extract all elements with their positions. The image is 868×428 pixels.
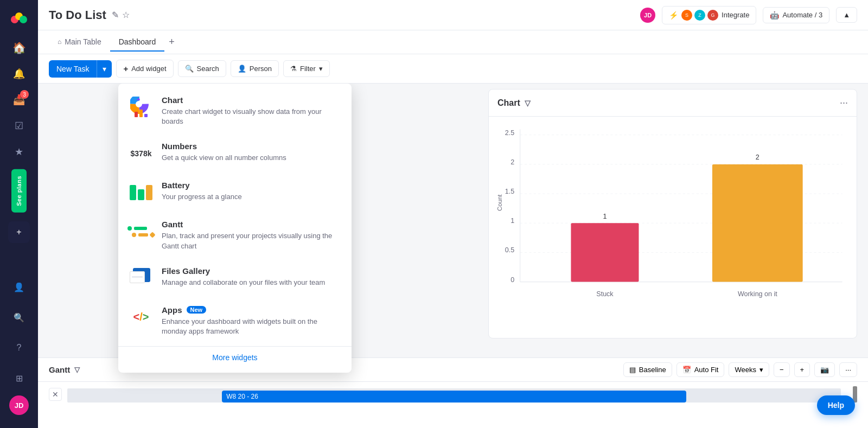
gantt-close-button[interactable]: ✕ [49,388,62,401]
bar-working [712,164,803,282]
files-widget-text: Files Gallery Manage and collaborate on … [162,266,325,288]
apps-widget-desc: Enhance your dashboard with widgets buil… [162,317,341,336]
baseline-button[interactable]: ▤ Baseline [623,362,672,377]
filter-button[interactable]: ⚗ Filter ▾ [283,60,330,77]
chart-widget: Chart ▽ ··· 2.5 2 1.5 1 0.5 0 [488,89,857,338]
tabs-bar: ⌂ Main Table Dashboard + [38,30,868,54]
chart-more-icon[interactable]: ··· [840,97,848,108]
collapse-button[interactable]: ▲ [836,7,857,23]
widget-item-chart[interactable]: Chart Create chart widget to visually sh… [118,88,352,134]
page-title: To Do List [49,8,106,22]
chart-widget-text: Chart Create chart widget to visually sh… [162,95,341,126]
person-icon-toolbar: 👤 [238,65,246,73]
app-logo[interactable] [8,9,30,30]
add-person-icon[interactable]: 👤 [8,276,30,298]
battery-widget-icon [129,181,153,205]
search-icon[interactable]: 🔍 [8,306,30,328]
zoom-out-button[interactable]: − [774,362,790,377]
gmail-icon: G [707,10,718,21]
integrate-icons: S Z G [681,10,718,21]
svg-text:Working on it: Working on it [738,290,777,298]
weeks-chevron: ▾ [760,366,763,374]
svg-text:2.5: 2.5 [505,129,514,137]
widget-item-files[interactable]: Files Gallery Manage and collaborate on … [118,259,352,298]
chart-filter-icon[interactable]: ▽ [525,99,531,107]
gantt-timeline-bar: W8 20 - 26 [67,386,857,403]
search-button[interactable]: 🔍 Search [178,60,226,77]
apps-widget-text: Apps New Enhance your dashboard with wid… [162,305,341,336]
svg-text:2: 2 [756,154,760,161]
add-widget-button[interactable]: + Add widget [116,60,173,78]
integrate-icon: ⚡ [669,11,678,20]
svg-point-2 [20,16,27,23]
search-icon-toolbar: 🔍 [185,65,194,73]
add-widget-plus-icon: + [123,64,128,73]
user-avatar[interactable]: JD [9,395,29,415]
tab-main-table[interactable]: ⌂ Main Table [49,33,110,52]
home-icon[interactable]: 🏠 [8,37,30,59]
apps-widget-title: Apps New [162,305,341,315]
battery-widget-desc: Your progress at a glance [162,192,242,202]
main-area: To Do List ✎ ☆ JD ⚡ S Z G Integrate 🤖 Au… [38,0,868,428]
bell-icon[interactable]: 🔔 [8,63,30,85]
inbox-icon[interactable]: 📥 3 [8,89,30,111]
numbers-widget-text: Numbers Get a quick view on all number c… [162,142,286,163]
widget-item-gantt[interactable]: Gantt Plan, track and present your proje… [118,212,352,258]
star-icon[interactable]: ★ [8,141,30,163]
svg-rect-7 [139,110,143,117]
gantt-bar: W8 20 - 26 [222,391,686,403]
title-edit-icon[interactable]: ✎ [112,10,119,20]
gantt-widget-desc: Plan, track and present your projects vi… [162,231,341,251]
files-widget-title: Files Gallery [162,266,325,276]
filter-chevron-icon: ▾ [319,65,323,73]
svg-text:1.5: 1.5 [505,188,514,195]
chart-widget-header: Chart ▽ ··· [489,90,857,117]
see-plans-button[interactable]: See plans [11,169,27,213]
sidebar: 🏠 🔔 📥 3 ☑ ★ See plans + 👤 🔍 ? ⊞ JD [0,0,38,428]
gantt-controls: ▤ Baseline 📅 Auto Fit Weeks ▾ − + 📷 ··· [623,362,857,377]
gantt-more-button[interactable]: ··· [839,362,857,377]
gantt-widget-text: Gantt Plan, track and present your proje… [162,220,341,251]
gantt-row-area: ✕ W8 20 - 26 [38,382,868,407]
help-button[interactable]: Help [817,395,855,415]
new-task-dropdown-arrow[interactable]: ▾ [97,60,112,78]
bar-stuck [571,223,639,282]
autofit-button[interactable]: 📅 Auto Fit [676,362,725,377]
screenshot-button[interactable]: 📷 [814,362,835,377]
more-widgets-link[interactable]: More widgets [118,346,352,368]
widget-item-apps[interactable]: < / > Apps New Enhance your dashboard wi… [118,298,352,344]
inbox-badge: 3 [20,90,29,99]
zoom-in-button[interactable]: + [794,362,810,377]
svg-rect-8 [144,114,148,117]
content-area: Chart Create chart widget to visually sh… [38,84,868,428]
title-star-icon[interactable]: ☆ [122,10,130,20]
gantt-filter-icon[interactable]: ▽ [74,366,80,374]
automate-icon: 🤖 [770,11,779,20]
add-tab-button[interactable]: + [164,34,179,50]
svg-text:2: 2 [510,158,514,166]
filter-icon: ⚗ [290,65,297,73]
apps-sidebar-icon[interactable]: + [8,221,30,243]
zapier-icon: Z [694,10,705,21]
files-widget-desc: Manage and collaborate on your files wit… [162,278,325,288]
baseline-icon: ▤ [629,366,636,374]
toolbar: New Task ▾ + Add widget 🔍 Search 👤 Perso… [38,54,868,84]
widget-item-battery[interactable]: Battery Your progress at a glance [118,173,352,212]
tasks-icon[interactable]: ☑ [8,115,30,137]
widget-item-numbers[interactable]: $378k Numbers Get a quick view on all nu… [118,134,352,173]
numbers-widget-icon: $378k [129,142,153,165]
battery-widget-text: Battery Your progress at a glance [162,181,242,202]
integrate-button[interactable]: ⚡ S Z G Integrate [662,6,756,24]
help-sidebar-icon[interactable]: ? [8,337,30,359]
collaborators-area: JD [640,8,655,23]
automate-button[interactable]: 🤖 Automate / 3 [763,7,829,23]
tab-dashboard[interactable]: Dashboard [110,33,165,52]
grid-sidebar-icon[interactable]: ⊞ [8,367,30,389]
person-button[interactable]: 👤 Person [231,60,279,77]
weeks-selector[interactable]: Weeks ▾ [729,362,769,377]
battery-widget-title: Battery [162,181,242,190]
new-task-button[interactable]: New Task ▾ [49,60,112,78]
gantt-widget-title: Gantt [162,220,341,229]
files-widget-icon [129,266,153,290]
svg-text:Count: Count [497,194,503,211]
